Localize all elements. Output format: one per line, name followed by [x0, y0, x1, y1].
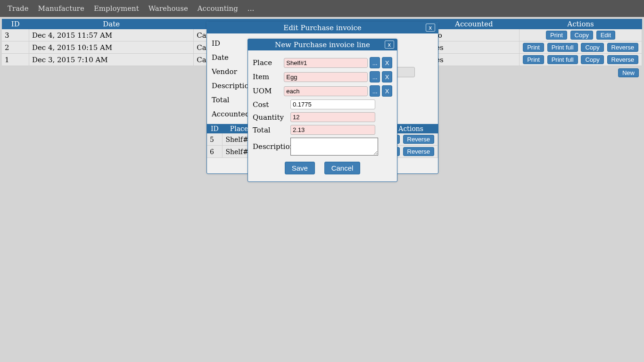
menu-employment[interactable]: Employment — [89, 4, 144, 13]
input-total[interactable] — [290, 125, 375, 135]
row-item: Item ... X — [253, 71, 392, 82]
line-dialog-title: New Purchase invoice line x — [248, 39, 397, 50]
cell-date: Dec 4, 2015 11:57 AM — [29, 29, 193, 41]
print-full-button[interactable]: Print full — [547, 55, 578, 64]
cell-date: Dec 4, 2015 10:15 AM — [29, 41, 193, 54]
input-quantity[interactable] — [290, 112, 375, 122]
edit-dialog-title-text: Edit Purchase invoice — [283, 24, 361, 32]
menu-manufacture[interactable]: Manufacture — [33, 4, 89, 13]
label-place: Place — [253, 58, 284, 67]
print-button[interactable]: Print — [546, 31, 567, 40]
new-invoice-button[interactable]: New — [618, 68, 639, 77]
cell-actions: Print Print full Copy Reverse — [520, 54, 642, 66]
line-dialog-close-button[interactable]: x — [385, 41, 395, 49]
edit-dialog-title: Edit Purchase invoice x — [207, 22, 438, 33]
cell-actions: Print Print full Copy Reverse — [520, 41, 642, 54]
save-button[interactable]: Save — [285, 162, 315, 174]
label-description: Description — [253, 142, 290, 151]
label-quantity: Quantity — [253, 113, 290, 122]
edit-dialog-close-button[interactable]: x — [426, 24, 436, 32]
cell-accounted: Yes — [429, 54, 520, 66]
picker-place-button[interactable]: ... — [370, 57, 380, 68]
input-uom[interactable] — [284, 86, 368, 96]
line-id: 5 — [207, 133, 223, 146]
print-button[interactable]: Print — [523, 43, 544, 52]
row-cost: Cost — [253, 99, 392, 109]
row-description: Description — [253, 138, 392, 156]
edit-button[interactable]: Edit — [596, 31, 615, 40]
line-dialog-title-text: New Purchase invoice line — [275, 41, 370, 49]
clear-uom-button[interactable]: X — [382, 85, 392, 97]
input-cost[interactable] — [290, 99, 375, 109]
line-dialog-buttons: Save Cancel — [253, 158, 392, 178]
cell-accounted: No — [429, 29, 520, 41]
picker-item-button[interactable]: ... — [370, 71, 380, 82]
menu-more[interactable]: ... — [243, 4, 259, 13]
cell-id: 3 — [2, 29, 29, 41]
row-place: Place ... X — [253, 57, 392, 68]
copy-button[interactable]: Copy — [581, 55, 603, 64]
lines-col-id[interactable]: ID — [207, 124, 223, 133]
clear-place-button[interactable]: X — [382, 57, 392, 68]
cell-date: Dec 3, 2015 7:10 AM — [29, 54, 193, 66]
label-cost: Cost — [253, 100, 290, 109]
cell-id: 1 — [2, 54, 29, 66]
menu-accounting[interactable]: Accounting — [193, 4, 243, 13]
input-description[interactable] — [290, 138, 378, 156]
col-accounted[interactable]: Accounted — [429, 19, 520, 29]
print-full-button[interactable]: Print full — [547, 43, 578, 52]
line-reverse-button[interactable]: Reverse — [403, 147, 434, 156]
reverse-button[interactable]: Reverse — [607, 43, 638, 52]
menu-warehouse[interactable]: Warehouse — [144, 4, 193, 13]
top-menubar: Trade Manufacture Employment Warehouse A… — [0, 0, 644, 17]
line-reverse-button[interactable]: Reverse — [403, 135, 434, 144]
row-uom: UOM ... X — [253, 85, 392, 97]
edit-vendor-text: Vendor — [212, 67, 237, 76]
menu-trade[interactable]: Trade — [3, 4, 33, 13]
cell-actions: Print Copy Edit — [520, 29, 642, 41]
picker-uom-button[interactable]: ... — [370, 85, 380, 97]
line-id: 6 — [207, 146, 223, 158]
input-place[interactable] — [284, 58, 368, 68]
line-dialog-body: Place ... X Item ... X UOM ... X Cost Qu… — [248, 50, 397, 181]
label-total: Total — [253, 126, 290, 134]
label-uom: UOM — [253, 87, 284, 95]
row-quantity: Quantity — [253, 112, 392, 122]
print-button[interactable]: Print — [523, 55, 544, 64]
clear-item-button[interactable]: X — [382, 71, 392, 82]
col-id[interactable]: ID — [2, 19, 29, 29]
input-item[interactable] — [284, 72, 368, 82]
new-line-dialog: New Purchase invoice line x Place ... X … — [248, 39, 397, 182]
cell-accounted: Yes — [429, 41, 520, 54]
copy-button[interactable]: Copy — [581, 43, 603, 52]
cancel-button[interactable]: Cancel — [324, 162, 361, 174]
cell-id: 2 — [2, 41, 29, 54]
row-total: Total — [253, 125, 392, 135]
col-date[interactable]: Date — [29, 19, 193, 29]
label-item: Item — [253, 73, 284, 81]
reverse-button[interactable]: Reverse — [607, 55, 638, 64]
copy-button[interactable]: Copy — [570, 31, 593, 40]
col-actions[interactable]: Actions — [520, 19, 642, 29]
